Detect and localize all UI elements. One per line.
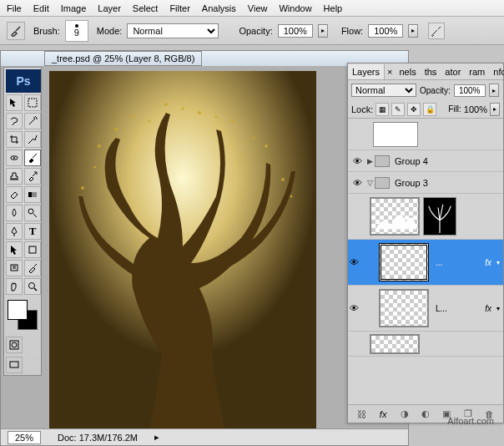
menu-select[interactable]: Select	[133, 3, 159, 13]
visibility-icon[interactable]: 👁	[350, 154, 365, 169]
status-bar: 25% Doc: 17.3M/176.2M ▸	[1, 428, 408, 445]
twirl-open-icon[interactable]: ▽	[365, 179, 375, 187]
status-flyout[interactable]: ▸	[154, 432, 159, 443]
tab-paths[interactable]: ths	[421, 64, 441, 79]
menu-analysis[interactable]: Analysis	[202, 3, 236, 13]
svg-point-2	[114, 128, 118, 131]
color-swatches[interactable]	[6, 298, 41, 333]
canvas[interactable]	[49, 71, 316, 428]
fx-badge[interactable]: fx	[485, 258, 491, 267]
zoom-tool[interactable]	[24, 278, 41, 295]
visibility-icon[interactable]: 👁	[350, 175, 365, 190]
fx-twirl-icon[interactable]: ▾	[496, 259, 500, 266]
layer-style-icon[interactable]: fx	[376, 408, 390, 421]
layer-row[interactable]	[348, 119, 503, 150]
menu-window[interactable]: Window	[279, 3, 311, 13]
group-row[interactable]: 👁 ▶ Group 4	[348, 150, 503, 172]
group-row[interactable]: 👁 ▽ Group 3	[348, 172, 503, 194]
dodge-tool[interactable]	[24, 205, 41, 221]
link-layers-icon[interactable]: ⛓	[355, 408, 369, 421]
visibility-icon[interactable]: 👁	[350, 303, 359, 313]
tab-histogram[interactable]: ram	[465, 64, 489, 79]
layer-row[interactable]: 👁 L... fx ▾	[348, 286, 503, 332]
layer-thumbnail[interactable]	[370, 197, 420, 236]
opacity-value[interactable]: 100%	[278, 24, 313, 38]
layer-name: L...	[436, 304, 447, 313]
menu-edit[interactable]: Edit	[33, 3, 49, 13]
eraser-tool[interactable]	[6, 186, 23, 203]
lasso-tool[interactable]	[6, 113, 23, 129]
slice-tool[interactable]	[24, 131, 41, 148]
layer-mask-thumbnail[interactable]	[423, 197, 456, 236]
ps-logo: Ps	[6, 69, 41, 93]
document-title: _tree.psd @ 25% (Layer 8, RGB/8)	[52, 53, 194, 63]
tool-preset-picker[interactable]	[7, 22, 25, 40]
heal-tool[interactable]	[6, 150, 23, 166]
menu-file[interactable]: File	[7, 3, 22, 13]
fx-twirl-icon[interactable]: ▾	[496, 305, 500, 312]
svg-point-13	[215, 116, 218, 119]
tab-info[interactable]: nfo	[489, 64, 504, 79]
lock-all-icon[interactable]: 🔒	[423, 103, 436, 116]
notes-tool[interactable]	[6, 260, 23, 276]
menu-filter[interactable]: Filter	[169, 3, 189, 13]
lock-transparency-icon[interactable]: ▦	[375, 103, 389, 116]
layer-row[interactable]	[348, 332, 503, 357]
twirl-closed-icon[interactable]: ▶	[365, 157, 375, 165]
layer-thumbnail[interactable]	[379, 289, 429, 327]
fill-flyout[interactable]: ▸	[490, 103, 500, 116]
marquee-tool[interactable]	[24, 94, 41, 111]
tab-navigator[interactable]: ator	[441, 64, 465, 79]
foreground-color[interactable]	[8, 300, 28, 320]
tab-close-icon[interactable]: ×	[385, 67, 395, 77]
tab-layers[interactable]: Layers	[348, 64, 385, 79]
menu-layer[interactable]: Layer	[98, 3, 121, 13]
pen-tool[interactable]	[6, 223, 23, 240]
quickmask-toggle[interactable]	[6, 337, 23, 353]
brush-preset-picker[interactable]: 9	[65, 20, 88, 42]
flow-flyout[interactable]: ▸	[408, 24, 418, 38]
visibility-icon[interactable]	[350, 127, 365, 142]
layer-thumbnail[interactable]	[379, 243, 429, 281]
layer-thumbnail[interactable]	[373, 122, 418, 147]
crop-tool[interactable]	[6, 131, 23, 148]
adjustment-layer-icon[interactable]: ◐	[419, 408, 432, 421]
layer-row-selected[interactable]: 👁 ... fx ▾	[348, 240, 503, 286]
type-tool[interactable]: T	[24, 223, 41, 240]
screenmode-toggle[interactable]	[6, 357, 23, 373]
tab-channels[interactable]: nels	[395, 64, 420, 79]
path-select-tool[interactable]	[6, 241, 23, 258]
panel-tabs: Layers × nels ths ator ram nfo	[348, 63, 503, 80]
opacity-flyout[interactable]: ▸	[318, 24, 328, 38]
lock-position-icon[interactable]: ✥	[407, 103, 421, 116]
fill-value[interactable]: 100%	[464, 104, 487, 114]
layer-row[interactable]	[348, 194, 503, 240]
blur-tool[interactable]	[6, 205, 23, 221]
layer-blend-select[interactable]: Normal	[351, 84, 416, 97]
wand-tool[interactable]	[24, 113, 41, 129]
brush-tool[interactable]	[24, 150, 41, 166]
menu-help[interactable]: Help	[324, 3, 343, 13]
shape-tool[interactable]	[24, 241, 41, 258]
menu-image[interactable]: Image	[61, 3, 87, 13]
move-tool[interactable]	[6, 94, 23, 111]
layer-thumbnail[interactable]	[370, 334, 420, 354]
document-tab[interactable]: _tree.psd @ 25% (Layer 8, RGB/8)	[44, 51, 202, 66]
blend-mode-select[interactable]: Normal	[127, 23, 219, 38]
layer-opacity-flyout[interactable]: ▸	[489, 84, 499, 97]
stamp-tool[interactable]	[6, 168, 23, 185]
airbrush-icon[interactable]	[428, 23, 445, 39]
layer-opacity-value[interactable]: 100%	[454, 84, 486, 97]
zoom-field[interactable]: 25%	[8, 431, 41, 444]
group-name: Group 4	[395, 156, 428, 166]
visibility-icon[interactable]: 👁	[350, 257, 359, 267]
hand-tool[interactable]	[6, 278, 23, 295]
gradient-tool[interactable]	[24, 186, 41, 203]
flow-value[interactable]: 100%	[368, 24, 403, 38]
eyedropper-tool[interactable]	[24, 260, 41, 276]
history-brush-tool[interactable]	[24, 168, 41, 185]
fx-badge[interactable]: fx	[485, 304, 491, 313]
lock-pixels-icon[interactable]: ✎	[391, 103, 405, 116]
menu-view[interactable]: View	[248, 3, 268, 13]
layer-mask-icon[interactable]: ◑	[398, 408, 411, 421]
